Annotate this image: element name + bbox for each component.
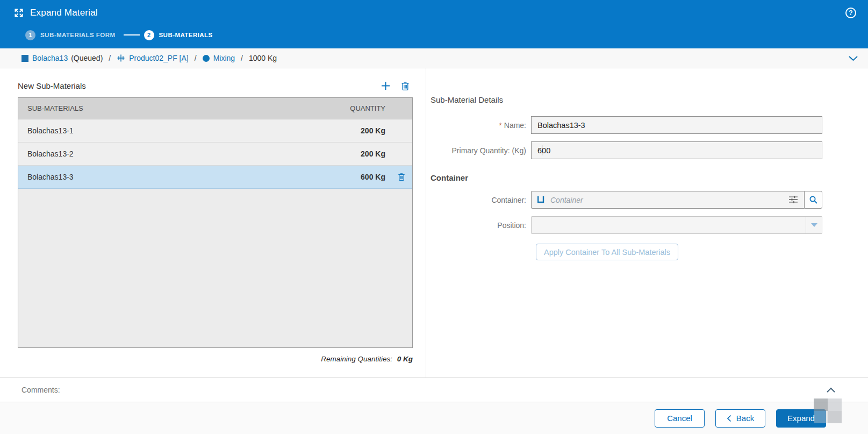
table-row[interactable]: Bolachas13-2 200 Kg — [18, 143, 412, 166]
table-empty-area — [18, 189, 412, 347]
expand-material-dialog: Expand Material ? 1 SUB-MATERIALS FORM 2… — [0, 0, 868, 434]
container-lookup-field — [531, 191, 822, 209]
name-label: *Name: — [431, 121, 531, 130]
position-value — [532, 217, 806, 233]
sub-materials-list-title: New Sub-Materials — [18, 81, 86, 90]
primary-quantity-label: Primary Quantity: (Kg) — [431, 146, 531, 155]
position-label: Position: — [431, 221, 531, 230]
breadcrumb-step-link[interactable]: Mixing — [213, 54, 235, 62]
position-select[interactable] — [531, 216, 822, 234]
back-button[interactable]: Back — [715, 409, 765, 428]
sub-material-name: Bolachas13-3 — [18, 173, 326, 181]
container-icon — [536, 195, 545, 204]
expand-arrows-icon — [13, 8, 24, 18]
table-row[interactable]: Bolachas13-1 200 Kg — [18, 119, 412, 143]
step-sub-materials-form[interactable]: 1 SUB-MATERIALS FORM — [25, 30, 116, 40]
table-header-row: SUB-MATERIALS QUANTITY — [18, 98, 412, 119]
breadcrumb-separator: / — [109, 54, 111, 62]
apply-container-button[interactable]: Apply Container To All Sub-Materials — [536, 244, 678, 260]
search-container-button[interactable] — [804, 191, 822, 209]
table-row-selected[interactable]: Bolachas13-3 600 Kg — [18, 166, 412, 189]
required-asterisk: * — [499, 121, 501, 130]
sub-materials-table: SUB-MATERIALS QUANTITY Bolachas13-1 200 … — [18, 97, 413, 348]
remaining-quantities-label: Remaining Quantities: — [321, 355, 392, 363]
step-2-number: 2 — [144, 30, 154, 40]
primary-quantity-input[interactable] — [531, 141, 822, 159]
dialog-body: New Sub-Materials SUB- — [0, 68, 868, 378]
comments-bar[interactable]: Comments: — [0, 378, 868, 402]
step-1-number: 1 — [25, 30, 35, 40]
remaining-quantities-value: 0 Kg — [397, 355, 413, 363]
help-icon[interactable]: ? — [845, 8, 856, 18]
chevron-left-icon — [727, 415, 731, 422]
step-connector-line — [124, 34, 140, 35]
column-header-quantity: QUANTITY — [326, 104, 412, 112]
column-header-sub-materials: SUB-MATERIALS — [18, 104, 326, 112]
sub-material-name: Bolachas13-1 — [18, 126, 326, 135]
container-label: Container: — [431, 196, 531, 204]
add-sub-material-icon[interactable] — [381, 81, 391, 91]
delete-row-trash-icon[interactable] — [398, 172, 405, 181]
text-caret — [542, 145, 542, 155]
chevron-down-icon[interactable] — [848, 55, 858, 62]
sub-materials-panel: New Sub-Materials SUB- — [0, 68, 426, 378]
step-2-label: SUB-MATERIALS — [159, 32, 213, 38]
breadcrumb-quantity: 1000 Kg — [249, 54, 277, 62]
dialog-footer: Cancel Back Expand — [0, 402, 868, 434]
details-title: Sub-Material Details — [431, 95, 868, 104]
material-status: (Queued) — [71, 54, 103, 62]
breadcrumb-separator: / — [241, 54, 243, 62]
sub-material-quantity: 200 Kg — [326, 126, 412, 135]
cancel-button[interactable]: Cancel — [655, 409, 705, 428]
comments-label: Comments: — [21, 386, 60, 394]
breadcrumb: Bolacha13 (Queued) / Product02_PF [A] / … — [0, 48, 868, 68]
dialog-title: Expand Material — [30, 8, 98, 18]
product-icon — [117, 54, 125, 62]
name-input[interactable] — [531, 116, 822, 134]
wizard-steps: 1 SUB-MATERIALS FORM 2 SUB-MATERIALS — [0, 26, 868, 44]
sub-material-name: Bolachas13-2 — [18, 150, 326, 158]
breadcrumb-separator: / — [195, 54, 197, 62]
material-square-icon — [21, 55, 28, 62]
sub-material-details-panel: Sub-Material Details *Name: Primary Quan… — [426, 68, 868, 378]
delete-sub-materials-icon[interactable] — [401, 81, 410, 91]
expand-button[interactable]: Expand — [776, 409, 826, 428]
container-input[interactable] — [531, 191, 804, 209]
container-section-title: Container — [431, 173, 868, 182]
dropdown-arrow-icon[interactable] — [806, 217, 822, 233]
step-sub-materials[interactable]: 2 SUB-MATERIALS — [144, 30, 213, 40]
filter-sliders-icon[interactable] — [788, 195, 798, 204]
flow-step-circle-icon — [203, 55, 210, 62]
remaining-quantities: Remaining Quantities: 0 Kg — [18, 355, 413, 363]
chevron-up-icon[interactable] — [826, 387, 836, 393]
breadcrumb-product-link[interactable]: Product02_PF [A] — [129, 54, 189, 62]
dialog-header: Expand Material ? 1 SUB-MATERIALS FORM 2… — [0, 0, 868, 48]
breadcrumb-material-link[interactable]: Bolacha13 — [32, 54, 68, 62]
step-1-label: SUB-MATERIALS FORM — [40, 32, 116, 38]
sub-material-quantity: 200 Kg — [326, 150, 412, 158]
